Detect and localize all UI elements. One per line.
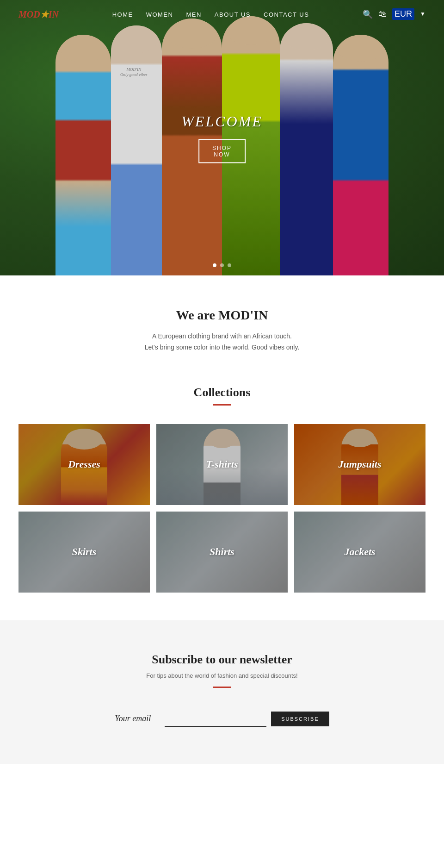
jumpsuits-label: Jumpsuits — [339, 458, 382, 470]
dot-2[interactable] — [220, 263, 224, 267]
dot-1[interactable] — [213, 263, 216, 267]
email-input[interactable] — [165, 711, 266, 727]
about-section: We are MOD'IN A European clothing brand … — [0, 275, 444, 376]
search-icon[interactable]: 🔍 — [363, 9, 373, 19]
hero-dots — [213, 263, 231, 267]
about-text-line1: A European clothing brand with an Africa… — [18, 331, 426, 342]
collection-shirts[interactable]: Shirts — [156, 512, 288, 593]
newsletter-section: Subscribe to our newsletter For tips abo… — [0, 620, 444, 764]
collections-divider — [213, 404, 231, 406]
tshirts-label: T-shirts — [206, 458, 238, 470]
shirts-label: Shirts — [210, 546, 234, 558]
jackets-label: Jackets — [344, 546, 375, 558]
nav-home[interactable]: HOME — [112, 11, 133, 18]
hero-section: MOD'INOnly good vibes — [0, 0, 444, 275]
collection-dresses[interactable]: Dresses — [18, 424, 150, 505]
newsletter-title: Subscribe to our newsletter — [18, 653, 426, 667]
navbar: MOD★IN HOME WOMEN MEN ABOUT US CONTACT U… — [0, 0, 444, 28]
newsletter-form: Your email SUBSCRIBE — [18, 711, 426, 727]
nav-men[interactable]: MEN — [186, 11, 201, 18]
newsletter-text: For tips about the world of fashion and … — [18, 672, 426, 679]
collections-title: Collections — [18, 386, 426, 400]
collection-tshirts[interactable]: T-shirts — [156, 424, 288, 505]
nav-icons: 🔍 🛍 EUR ▼ — [363, 8, 426, 20]
hero-welcome-text: WELCOME — [181, 112, 263, 130]
subscribe-button[interactable]: SUBSCRIBE — [271, 712, 329, 726]
nav-women[interactable]: WOMEN — [146, 11, 173, 18]
email-label: Your email — [115, 714, 151, 724]
language-flag[interactable]: EUR — [392, 8, 414, 20]
collection-jumpsuits[interactable]: Jumpsuits — [294, 424, 426, 505]
about-text-line2: Let's bring some color into the world. G… — [18, 342, 426, 353]
collections-section: Collections Dresses — [0, 376, 444, 620]
nav-links: HOME WOMEN MEN ABOUT US CONTACT US — [112, 10, 309, 19]
chevron-down-icon[interactable]: ▼ — [420, 11, 426, 18]
collections-grid: Dresses T-shirts — [18, 424, 426, 593]
collection-jackets[interactable]: Jackets — [294, 512, 426, 593]
hero-content: WELCOME SHOPNOW — [181, 112, 263, 163]
collection-skirts[interactable]: Skirts — [18, 512, 150, 593]
logo[interactable]: MOD★IN — [18, 9, 59, 20]
nav-contact[interactable]: CONTACT US — [264, 11, 309, 18]
about-title: We are MOD'IN — [18, 308, 426, 323]
cart-icon[interactable]: 🛍 — [378, 9, 387, 19]
dot-3[interactable] — [228, 263, 231, 267]
dresses-label: Dresses — [68, 458, 100, 470]
shop-now-button[interactable]: SHOPNOW — [198, 139, 246, 163]
nav-about[interactable]: ABOUT US — [215, 11, 251, 18]
newsletter-divider — [213, 687, 231, 688]
skirts-label: Skirts — [72, 546, 97, 558]
